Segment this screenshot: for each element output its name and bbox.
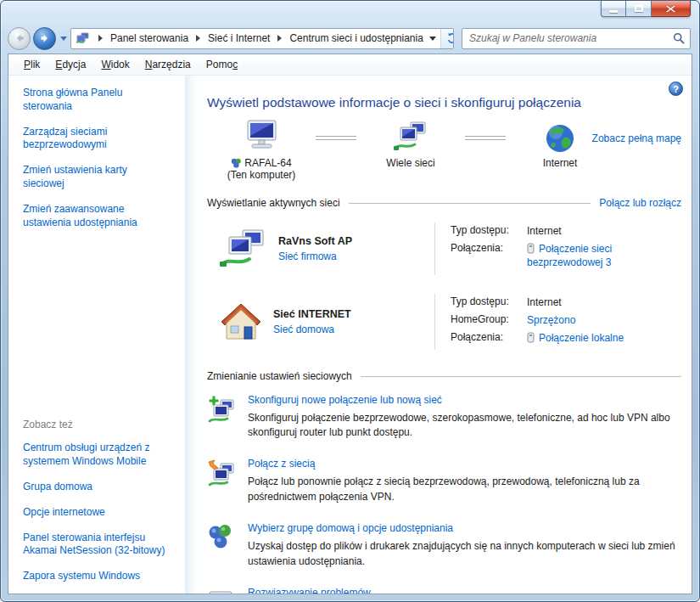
breadcrumb-network-internet[interactable]: Sieć i Internet	[206, 32, 272, 44]
maximize-button[interactable]	[626, 1, 652, 17]
detail-label: Połączenia:	[451, 242, 527, 254]
sidebar-item-adapter-settings[interactable]: Zmień ustawienia karty sieciowej	[23, 164, 165, 191]
back-button[interactable]	[8, 27, 31, 50]
task-homegroup-options: Wybierz grupę domową i opcje udostępnian…	[207, 522, 681, 569]
menu-help[interactable]: Pomoc	[199, 56, 245, 73]
search-box[interactable]	[462, 28, 691, 49]
menu-edit[interactable]: Edycja	[48, 56, 93, 73]
detail-label: Typ dostępu:	[451, 295, 527, 307]
sidebar-item-internet-options[interactable]: Opcje internetowe	[23, 506, 165, 520]
search-input[interactable]	[469, 32, 673, 44]
network-breadcrumb-icon	[76, 32, 89, 44]
forward-button[interactable]	[33, 27, 56, 50]
multi-network-icon	[219, 228, 268, 269]
main-panel: ? Wyświetl podstawowe informacje o sieci…	[185, 76, 692, 594]
network-category-link[interactable]: Sieć firmowa	[278, 250, 337, 262]
map-connector	[316, 136, 356, 140]
settings-header: Zmienianie ustawień sieciowych	[207, 370, 352, 382]
sidebar-item-windows-firewall[interactable]: Zapora systemu Windows	[23, 570, 165, 583]
settings-header-row: Zmienianie ustawień sieciowych	[207, 370, 681, 382]
map-node-computer[interactable]: RAFAL-64 (Ten komputer)	[207, 117, 316, 181]
window-controls	[601, 1, 691, 17]
network-map: RAFAL-64 (Ten komputer)	[207, 117, 681, 192]
back-icon	[14, 32, 25, 44]
sidebar-item-homegroup[interactable]: Grupa domowa	[23, 481, 165, 494]
map-node-sublabel: (Ten komputer)	[227, 169, 296, 181]
active-networks-header: Wyświetlanie aktywnych sieci	[207, 197, 340, 209]
address-bar[interactable]: Panel sterowania Sieć i Internet Centrum…	[70, 28, 454, 49]
search-icon[interactable]	[673, 32, 685, 44]
troubleshoot-icon[interactable]	[207, 588, 237, 594]
detail-label: HomeGroup:	[451, 313, 527, 325]
task-description: Uzyskaj dostęp do plików i drukarek znaj…	[248, 539, 681, 569]
detail-value: Internet	[527, 295, 562, 309]
menu-file[interactable]: Plik	[16, 56, 48, 73]
task-title-link[interactable]: Połącz z siecią	[248, 458, 315, 470]
see-full-map-link[interactable]: Zobacz pełną mapę	[592, 132, 681, 144]
detail-value: Internet	[527, 224, 562, 238]
homegroup-spheres-icon	[231, 158, 242, 168]
breadcrumb-control-panel[interactable]: Panel sterowania	[109, 32, 190, 44]
breadcrumb-network-sharing-center[interactable]: Centrum sieci i udostępniania	[288, 32, 424, 44]
breadcrumb-separator-icon	[98, 35, 103, 42]
task-troubleshoot: Rozwiązywanie problemów Zdiagnozuj i roz…	[207, 587, 681, 594]
task-title-link[interactable]: Rozwiązywanie problemów	[248, 587, 371, 594]
task-title-link[interactable]: Wybierz grupę domową i opcje udostępnian…	[248, 522, 453, 534]
divider	[349, 203, 591, 204]
sidebar-item-windows-mobile[interactable]: Centrum obsługi urządzeń z systemem Wind…	[23, 442, 165, 469]
explorer-window: Panel sterowania Sieć i Internet Centrum…	[0, 0, 700, 602]
map-node-multiple-networks[interactable]: Wiele sieci	[356, 117, 465, 169]
chevron-down-icon	[429, 37, 436, 41]
maximize-icon	[635, 5, 643, 12]
close-button[interactable]	[652, 1, 691, 17]
forward-icon	[39, 32, 51, 44]
minimize-button[interactable]	[601, 1, 626, 17]
task-connect-to-network: Połącz z siecią Połącz lub ponownie połą…	[207, 458, 681, 504]
connect-disconnect-link[interactable]: Połącz lub rozłącz	[599, 197, 681, 209]
network-name: RaVns Soft AP	[278, 235, 352, 247]
active-networks-list: RaVns Soft AP Sieć firmowa Typ dostępu: …	[207, 222, 681, 350]
map-connector	[465, 136, 506, 140]
signal-icon	[527, 243, 535, 254]
connect-network-icon[interactable]	[207, 459, 237, 488]
address-dropdown-button[interactable]	[425, 29, 440, 48]
recent-pages-chevron-icon[interactable]	[60, 37, 67, 41]
refresh-button[interactable]	[440, 29, 454, 48]
title-bar[interactable]	[1, 1, 699, 25]
multi-network-icon	[392, 117, 429, 155]
sidebar-item-manage-wireless[interactable]: Zarządzaj sieciami bezprzewodowymi	[23, 126, 165, 153]
task-title-link[interactable]: Skonfiguruj nowe połączenie lub nową sie…	[248, 394, 442, 406]
menu-view[interactable]: Widok	[93, 56, 137, 73]
house-icon	[219, 301, 263, 342]
map-node-label: Wiele sieci	[386, 157, 434, 169]
breadcrumb-separator-icon	[277, 35, 282, 42]
detail-label: Połączenia:	[451, 331, 527, 343]
see-also-header: Zobacz też	[23, 419, 178, 432]
sidebar-item-control-panel-home[interactable]: Strona główna Panelu sterowania	[23, 87, 165, 114]
sidebar-item-advanced-sharing[interactable]: Zmień zaawansowane ustawienia udostępnia…	[23, 203, 165, 230]
settings-tasks: Skonfiguruj nowe połączenie lub nową sie…	[207, 394, 681, 594]
menu-tools[interactable]: Narzędzia	[137, 56, 199, 73]
computer-icon	[242, 117, 281, 155]
page-title: Wyświetl podstawowe informacje o sieci i…	[207, 95, 681, 110]
wireless-connection-link[interactable]: Połączenie sieci bezprzewodowej 3	[527, 243, 612, 268]
homegroup-status-link[interactable]: Sprzężono	[527, 314, 575, 326]
network-row-internet: Sieć INTERNET Sieć domowa Typ dostępu: I…	[207, 294, 681, 350]
help-button[interactable]: ?	[669, 82, 683, 96]
content-area: Strona główna Panelu sterowania Zarządza…	[8, 76, 692, 594]
divider	[361, 376, 681, 377]
network-name: Sieć INTERNET	[273, 308, 351, 320]
menu-bar: Plik Edycja Widok Narzędzia Pomoc	[8, 54, 692, 76]
network-row-ravns: RaVns Soft AP Sieć firmowa Typ dostępu: …	[207, 222, 681, 275]
detail-label: Typ dostępu:	[451, 224, 527, 236]
network-category-link[interactable]: Sieć domowa	[273, 324, 334, 335]
active-networks-header-row: Wyświetlanie aktywnych sieci Połącz lub …	[207, 197, 681, 209]
sidebar: Strona główna Panelu sterowania Zarządza…	[8, 76, 185, 594]
new-connection-icon[interactable]	[207, 395, 237, 425]
help-icon: ?	[673, 84, 679, 94]
globe-icon	[544, 117, 576, 155]
local-connection-link[interactable]: Połączenie lokalne	[539, 332, 624, 344]
sidebar-item-akamai-netsession[interactable]: Panel sterowania interfejsu Akamai NetSe…	[23, 532, 165, 559]
homegroup-spheres-icon[interactable]	[207, 523, 237, 553]
signal-icon	[527, 332, 535, 343]
